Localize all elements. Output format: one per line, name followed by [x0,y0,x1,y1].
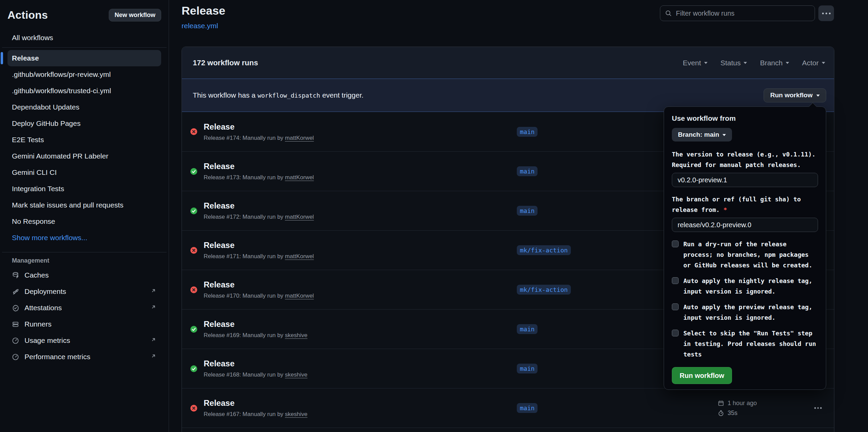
actor-link[interactable]: mattKorwel [285,214,314,220]
sidebar-item-caches[interactable]: Caches [7,267,161,283]
filter-status[interactable]: Status [720,59,747,67]
run-description: Release #167: Manually run by skeshive [204,411,517,418]
branch-label[interactable]: main [517,127,538,137]
sidebar-item-runners[interactable]: Runners [7,316,161,332]
sidebar-item-integration-tests[interactable]: Integration Tests [7,181,161,197]
sidebar-item-usage-metrics[interactable]: Usage metrics [7,332,161,349]
branch-label[interactable]: mk/fix-action [517,245,571,255]
actor-link[interactable]: mattKorwel [285,253,314,260]
verified-icon [12,304,19,312]
filter-event[interactable]: Event [683,59,708,67]
main-content: Release release.yml Filter workflow runs… [169,0,868,432]
sidebar-item-e2e-tests[interactable]: E2E Tests [7,132,161,148]
checkbox[interactable] [672,240,679,247]
filter-actor[interactable]: Actor [802,59,825,67]
filter-placeholder: Filter workflow runs [676,10,734,17]
actor-link[interactable]: skeshive [285,411,307,417]
run-description: Release #168: Manually run by skeshive [204,371,517,378]
calendar-icon [718,400,724,406]
run-title-link[interactable]: Release [204,398,517,408]
run-title-link[interactable]: Release [204,162,517,171]
sidebar-item-no-response[interactable]: No Response [7,213,161,230]
arrow-up-right-icon [150,287,157,294]
new-workflow-button[interactable]: New workflow [109,9,161,21]
branch-label[interactable]: main [517,364,538,373]
next-row-edge [182,428,834,432]
failure-icon [190,404,198,412]
panel-checkboxes: Run a dry-run of the release process; no… [672,239,818,360]
arrow-up-right-icon [150,304,157,310]
sidebar-item-all-workflows[interactable]: All workflows [7,30,161,46]
sidebar-item-attestations[interactable]: Attestations [7,300,161,316]
checkbox-label: Auto apply the nightly release tag, inpu… [683,276,818,297]
run-title-link[interactable]: Release [204,280,517,289]
sidebar-item-dependabot-updates[interactable]: Dependabot Updates [7,99,161,115]
sidebar-item-gemini-automated-pr-labeler[interactable]: Gemini Automated PR Labeler [7,148,161,164]
meter-icon [12,353,19,361]
workflow-run-row: Release Release #167: Manually run by sk… [182,388,834,428]
branch-label[interactable]: main [517,324,538,334]
workflow-options-kebab-button[interactable] [818,5,834,21]
sidebar-item--github-workflows-pr-review-yml[interactable]: .github/workflows/pr-review.yml [7,66,161,83]
checkbox-label: Auto apply the preview release tag, inpu… [683,302,818,323]
chevron-down-icon [816,95,820,98]
actor-link[interactable]: skeshive [285,371,307,378]
chevron-down-icon [744,62,747,66]
filter-branch[interactable]: Branch [760,59,789,67]
actor-link[interactable]: mattKorwel [285,135,314,141]
branch-selector-button[interactable]: Branch: main [672,128,732,142]
arrow-up-right-icon [150,353,157,359]
run-title-link[interactable]: Release [204,240,517,250]
filter-workflow-runs-input[interactable]: Filter workflow runs [660,5,815,21]
show-more-workflows-link[interactable]: Show more workflows... [7,230,161,246]
branch-label[interactable]: main [517,403,538,413]
success-icon [190,207,198,215]
cache-icon [12,272,19,279]
checkbox[interactable] [672,330,679,336]
success-icon [190,365,198,372]
sidebar-item-deployments[interactable]: Deployments [7,283,161,300]
chevron-down-icon [786,62,789,66]
field-input[interactable] [672,173,818,187]
chevron-down-icon [704,62,708,66]
sidebar-item-gemini-cli-ci[interactable]: Gemini CLI CI [7,164,161,181]
run-title-link[interactable]: Release [204,201,517,211]
sidebar-item-mark-stale-issues-and-pull-requests[interactable]: Mark stale issues and pull requests [7,197,161,213]
checkbox[interactable] [672,303,679,310]
run-workflow-dropdown-button[interactable]: Run workflow [764,88,826,102]
run-title-link[interactable]: Release [204,122,517,132]
actor-link[interactable]: skeshive [285,332,307,338]
panel-checkbox-row: Select to skip the "Run Tests" step in t… [672,328,818,360]
sidebar-divider [2,252,167,252]
panel-field: The branch or ref (full git sha) to rele… [672,194,818,232]
sidebar-item-release[interactable]: Release [7,50,161,66]
field-input[interactable] [672,218,818,232]
failure-icon [190,286,198,294]
checkbox-label: Select to skip the "Run Tests" step in t… [683,328,818,360]
sidebar-item-performance-metrics[interactable]: Performance metrics [7,349,161,365]
run-workflow-submit-button[interactable]: Run workflow [672,367,732,384]
run-title-link[interactable]: Release [204,359,517,368]
run-filters: EventStatusBranchActor [683,59,825,67]
workflow-runs-count: 172 workflow runs [193,59,258,67]
sidebar-item-deploy-github-pages[interactable]: Deploy GitHub Pages [7,115,161,132]
failure-icon [190,247,198,254]
workflow-file-link[interactable]: release.yml [182,22,218,30]
branch-label[interactable]: main [517,166,538,176]
actor-link[interactable]: mattKorwel [285,293,314,299]
sidebar-item--github-workflows-trusted-ci-yml[interactable]: .github/workflows/trusted-ci.yml [7,83,161,99]
sidebar-title: Actions [7,9,48,21]
actor-link[interactable]: mattKorwel [285,174,314,181]
run-description: Release #170: Manually run by mattKorwel [204,293,517,299]
run-description: Release #169: Manually run by skeshive [204,332,517,339]
failure-icon [190,128,198,135]
server-icon [12,321,19,328]
checkbox[interactable] [672,277,679,284]
run-description: Release #174: Manually run by mattKorwel [204,135,517,142]
branch-label[interactable]: mk/fix-action [517,285,571,295]
run-workflow-panel: Use workflow from Branch: main The versi… [664,106,826,390]
run-options-kebab-button[interactable] [810,407,827,409]
run-title-link[interactable]: Release [204,319,517,329]
branch-label[interactable]: main [517,206,538,216]
workflow-dispatch-code: workflow_dispatch [255,92,322,99]
